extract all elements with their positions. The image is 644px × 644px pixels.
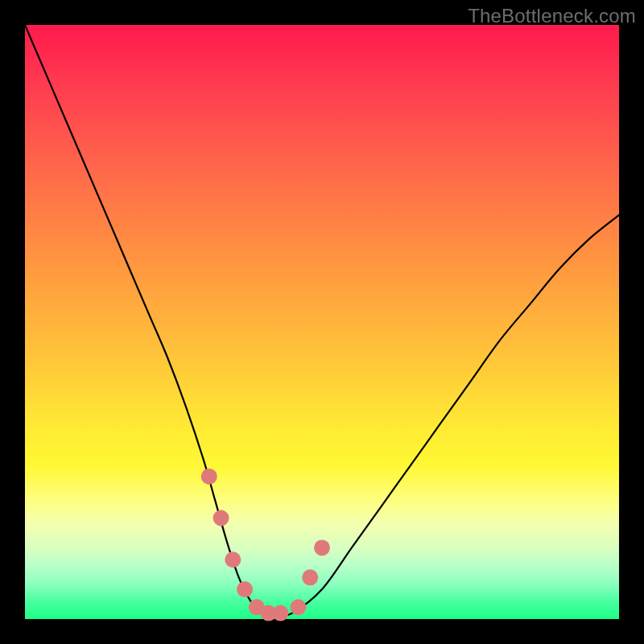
bottleneck-curve <box>25 25 619 617</box>
watermark-text: TheBottleneck.com <box>468 5 636 27</box>
marker-dot <box>201 469 217 485</box>
plot-area <box>25 25 619 619</box>
marker-dot <box>314 539 330 555</box>
marker-dot <box>213 510 229 526</box>
chart-svg <box>25 25 619 619</box>
marker-dot <box>290 599 306 615</box>
marker-dot <box>237 581 253 597</box>
marker-dot <box>225 551 241 568</box>
marker-dot <box>272 605 288 621</box>
outer-frame: TheBottleneck.com <box>0 0 644 644</box>
curve-group <box>25 25 619 617</box>
marker-dot <box>302 569 318 585</box>
marker-group <box>201 469 330 621</box>
